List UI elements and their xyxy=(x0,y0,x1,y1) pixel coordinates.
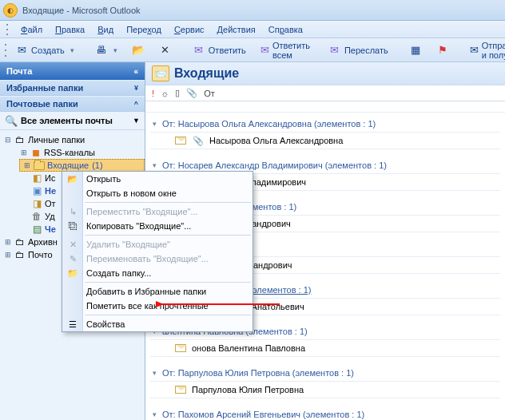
group-header[interactable]: ▾От: Насырова Ольга Александровна (элеме… xyxy=(150,116,500,132)
context-menu-label: Открыть в новом окне xyxy=(86,188,177,198)
categories-icon: ▦ xyxy=(409,44,422,57)
expander-plus-icon[interactable]: ⊞ xyxy=(19,149,28,157)
expander-plus-icon[interactable]: ⊞ xyxy=(3,238,12,246)
context-menu-item[interactable]: ☰Свойства xyxy=(62,317,252,331)
column-headers[interactable]: ! ☼ ▯ 📎 От xyxy=(145,85,505,101)
context-menu-item: ✎Переименовать "Входящие"... xyxy=(62,252,252,266)
reply-icon: ✉ xyxy=(193,44,205,57)
message-row[interactable]: Парпулова Юлия Петровна xyxy=(150,381,500,398)
expander-icon[interactable]: ▾ xyxy=(150,410,159,418)
folder-icon: 📂 xyxy=(66,172,80,185)
col-from-label[interactable]: От xyxy=(204,89,215,98)
forward-button[interactable]: ✉Переслать xyxy=(323,41,394,60)
context-menu-label: Переименовать "Входящие"... xyxy=(86,254,209,263)
new-button[interactable]: ✉Создать xyxy=(10,41,80,60)
context-menu-label: Создать папку... xyxy=(86,268,151,278)
tree-label: От xyxy=(45,199,56,208)
categories-button[interactable]: ▦ xyxy=(404,41,427,60)
tree-rss[interactable]: ⊞ ◼ RSS-каналы xyxy=(0,146,145,159)
tree-label: Не xyxy=(45,186,56,196)
sent-items-icon: ◧ xyxy=(30,172,43,184)
expander-plus-icon[interactable]: ⊞ xyxy=(3,251,12,259)
envelope-icon xyxy=(174,135,187,146)
menu-действия[interactable]: Действия xyxy=(212,23,261,36)
message-row[interactable]: 📎Насырова Ольга Александровна xyxy=(150,132,500,149)
props-icon: ☰ xyxy=(66,318,80,331)
window-title: Входящие - Microsoft Outlook xyxy=(22,6,141,15)
reply-all-label: Ответить всем xyxy=(272,41,314,60)
reply-all-button[interactable]: ✉Ответить всем xyxy=(255,38,320,63)
blank-row xyxy=(145,101,505,113)
envelope-icon xyxy=(174,384,187,395)
expander-minus-icon[interactable]: ⊟ xyxy=(3,136,12,144)
mail-folders-label: Почтовые папки xyxy=(6,99,78,109)
folder-icon xyxy=(33,160,46,171)
expander-icon[interactable]: ▾ xyxy=(150,369,159,377)
chevron-down-icon[interactable]: ▼ xyxy=(133,117,140,125)
expander-icon[interactable]: ▾ xyxy=(150,120,159,128)
context-menu-item[interactable]: 📁Создать папку... xyxy=(62,266,252,280)
send-receive-button[interactable]: ✉Отправить и получ xyxy=(464,38,505,63)
rename-icon: ✎ xyxy=(66,252,80,265)
mail-folders-header[interactable]: Почтовые папки ^ xyxy=(0,96,145,112)
menu-separator xyxy=(85,315,251,315)
tree-inbox[interactable]: ⊞ Входящие (1) xyxy=(19,159,145,172)
menu-файл[interactable]: Файл xyxy=(15,23,48,36)
context-menu-label: Копировать "Входящие"... xyxy=(86,221,191,231)
copy-icon: ⿻ xyxy=(66,220,80,232)
forward-icon: ✉ xyxy=(328,44,341,57)
tree-label: Ис xyxy=(45,173,55,183)
context-menu-label: Добавить в Избранные папки xyxy=(86,287,206,296)
forward-label: Переслать xyxy=(344,46,388,55)
delete-button[interactable]: ✕ xyxy=(153,41,177,60)
all-mail-items-row[interactable]: 🔍 Все элементы почты ▼ xyxy=(0,112,145,130)
context-menu-label: Пометить все как прочтенные xyxy=(86,301,209,311)
context-menu-item[interactable]: ⿻Копировать "Входящие"... xyxy=(62,219,252,233)
move-icon: ↳ xyxy=(66,205,80,218)
context-menu-label: Переместить "Входящие"... xyxy=(86,207,198,216)
expander-icon[interactable]: ▾ xyxy=(150,161,159,169)
pst-icon: 🗀 xyxy=(14,134,26,145)
group-header[interactable]: ▾От: Пахомов Арсений Евгеньевич (элемент… xyxy=(150,406,500,420)
outbox-icon: ◨ xyxy=(30,198,43,209)
attachment-icon: 📎 xyxy=(192,135,205,146)
list-title: Входящие xyxy=(174,66,239,81)
followup-flag-icon: ⚑ xyxy=(436,44,449,57)
newfolder-icon: 📁 xyxy=(66,267,80,279)
inbox-icon: 📨 xyxy=(152,65,169,81)
tree-label: Уд xyxy=(45,212,55,221)
followup-button[interactable]: ⚑ xyxy=(431,41,455,60)
menu-переход[interactable]: Переход xyxy=(121,23,167,36)
message-row[interactable]: онова Валентина Павловна xyxy=(150,339,500,357)
collapse-chevron-icon[interactable]: « xyxy=(133,67,138,76)
print-button[interactable]: 🖶 xyxy=(89,41,123,60)
tree-label: Почто xyxy=(28,250,53,260)
menu-сервис[interactable]: Сервис xyxy=(169,23,210,36)
tree-personal-folders[interactable]: ⊟ 🗀 Личные папки xyxy=(0,133,145,146)
context-menu-item[interactable]: Пометить все как прочтенные xyxy=(62,299,252,313)
favorites-header[interactable]: Избранные папки ¥ xyxy=(0,80,145,96)
menu-правка[interactable]: Правка xyxy=(50,23,90,36)
reply-button[interactable]: ✉Ответить xyxy=(187,41,252,60)
context-menu-item[interactable]: Открыть в новом окне xyxy=(62,186,252,200)
search-icon: 🔍 xyxy=(5,114,18,127)
menu-справка[interactable]: Справка xyxy=(263,23,308,36)
message-from: Парпулова Юлия Петровна xyxy=(192,385,304,394)
nav-header[interactable]: Почта « xyxy=(0,62,145,80)
menu-вид[interactable]: Вид xyxy=(92,23,119,36)
context-menu-label: Открыть xyxy=(86,174,121,184)
col-icon[interactable]: ▯ xyxy=(175,88,180,98)
col-attachment-icon[interactable]: 📎 xyxy=(186,88,197,98)
menu-bar: ФайлПравкаВидПереходСервисДействияСправк… xyxy=(0,21,505,38)
col-reminder-icon[interactable]: ☼ xyxy=(161,89,169,98)
move-to-folder-icon: 📂 xyxy=(132,44,145,57)
title-bar: ◐ Входящие - Microsoft Outlook xyxy=(0,0,505,21)
move-button[interactable]: 📂 xyxy=(126,41,150,60)
group-header[interactable]: ▾От: Парпулова Юлия Петровна (элементов … xyxy=(150,365,500,381)
tree-label: Че xyxy=(45,224,56,234)
context-menu-item[interactable]: Добавить в Избранные папки xyxy=(62,284,252,299)
expander-plus-icon[interactable]: ⊞ xyxy=(22,161,31,169)
outlook-icon: ◐ xyxy=(3,3,18,18)
context-menu-item[interactable]: 📂Открыть xyxy=(62,172,252,186)
col-importance-icon[interactable]: ! xyxy=(152,89,154,98)
